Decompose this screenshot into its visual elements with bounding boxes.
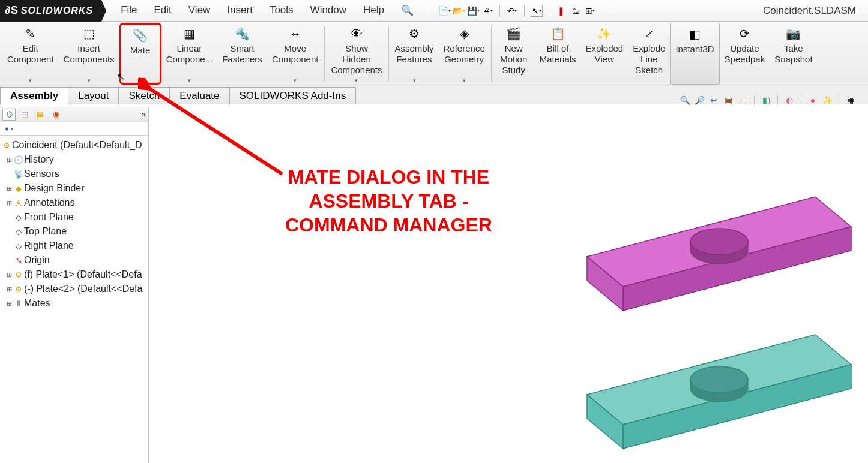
tree-expand-icon[interactable]: ⊞ — [5, 156, 13, 164]
ribbon-move-component[interactable]: ↔Move Component▾ — [267, 23, 324, 85]
tree-item-icon: ◆ — [13, 184, 24, 193]
reference-geometry-label: Reference Geometry — [444, 43, 485, 65]
exploded-view-label: Exploded View — [586, 43, 624, 65]
ribbon-smart-fasteners[interactable]: 🔩Smart Fasteners — [217, 23, 267, 85]
scene-3d — [149, 107, 868, 463]
tree-node[interactable]: ⊞⚙ (-) Plate<2> (Default<<Defa — [1, 282, 147, 296]
tree-node[interactable]: ⊞◆ Design Binder — [1, 181, 147, 196]
tree-node[interactable]: 📡 Sensors — [1, 167, 147, 181]
assembly-features-icon: ⚙ — [409, 25, 420, 42]
tree-root[interactable]: ⚙ Coincident (Default<Default_D — [1, 138, 147, 152]
qat-settings-icon[interactable]: ⊞▾ — [584, 5, 596, 17]
menu-insert[interactable]: Insert — [219, 2, 261, 19]
ribbon-edit-component[interactable]: ✎Edit Component▾ — [2, 23, 59, 85]
section-view-icon[interactable]: ▣ — [723, 95, 734, 106]
menu-tools[interactable]: Tools — [261, 2, 302, 19]
tree-node[interactable]: ⊞🕘 History — [1, 152, 147, 167]
tree-node[interactable]: ⊞⚙ (f) Plate<1> (Default<<Defa — [1, 267, 147, 282]
ribbon-insert-components[interactable]: ⬚Insert Components▾ — [59, 23, 119, 85]
tree-item-label: Sensors — [24, 169, 59, 179]
view-settings-icon[interactable]: ▦ — [845, 95, 856, 106]
update-speedpak-icon: ⟳ — [740, 25, 750, 42]
menu-view[interactable]: View — [180, 2, 219, 19]
plate-2-bottom — [587, 335, 851, 449]
tree-node[interactable]: ⊞A Annotations — [1, 196, 147, 210]
menu-edit[interactable]: Edit — [146, 2, 180, 19]
ribbon-instant3d[interactable]: ◧Instant3D — [670, 23, 719, 85]
panel-pin-icon[interactable]: » — [142, 110, 146, 119]
ribbon-exploded-view[interactable]: ✨Exploded View — [581, 23, 628, 85]
tree-node[interactable]: ⤡ Origin — [1, 253, 147, 267]
tree-expand-icon[interactable]: ⊞ — [5, 271, 13, 279]
tree-item-label: (-) Plate<2> (Default<<Defa — [24, 284, 142, 294]
ribbon-explode-line-sketch[interactable]: ⟋Explode Line Sketch — [628, 23, 670, 85]
tree-node[interactable]: ◇ Right Plane — [1, 239, 147, 253]
qat-options-icon[interactable]: 🗂 — [570, 5, 582, 17]
ribbon-linear-component[interactable]: ▦Linear Compone...▾ — [161, 23, 218, 85]
zoom-area-icon[interactable]: 🔎 — [694, 95, 705, 106]
tree-item-icon: ⚙ — [13, 285, 24, 294]
explode-line-sketch-icon: ⟋ — [643, 25, 655, 42]
tree-item-label: Top Plane — [24, 226, 67, 237]
tab-addins[interactable]: SOLIDWORKS Add-Ins — [229, 87, 357, 104]
ribbon-new-motion-study[interactable]: 🎬New Motion Study — [493, 23, 535, 85]
ribbon-bill-of-materials[interactable]: 📋Bill of Materials — [535, 23, 581, 85]
tree-node[interactable]: ◇ Top Plane — [1, 224, 147, 239]
tree-item-icon: A — [13, 199, 24, 208]
tree-expand-icon[interactable]: ⊞ — [5, 199, 13, 207]
instant3d-icon: ◧ — [689, 26, 701, 43]
hide-show-icon[interactable]: ◐ — [784, 95, 795, 106]
view-orientation-icon[interactable]: ⬚ — [737, 95, 748, 106]
graphics-viewport[interactable] — [149, 107, 868, 463]
feature-tree: ⚙ Coincident (Default<Default_D ⊞🕘 Histo… — [0, 136, 148, 313]
qat-new-icon[interactable]: 📄▾ — [438, 5, 450, 17]
qat-rebuild-icon[interactable]: ❚ — [555, 5, 567, 17]
ribbon-update-speedpak[interactable]: ⟳Update Speedpak — [720, 23, 770, 85]
feature-filter-bar[interactable]: ▼▾ — [0, 122, 148, 136]
apply-scene-icon[interactable]: ✨ — [822, 95, 833, 106]
tab-evaluate[interactable]: Evaluate — [169, 87, 229, 104]
command-manager-ribbon: ✎Edit Component▾⬚Insert Components▾📎Mate… — [0, 22, 868, 86]
dimxpert-tab-icon[interactable]: ◉ — [49, 109, 62, 121]
exploded-view-icon: ✨ — [597, 25, 612, 42]
plate-1-top — [587, 197, 851, 311]
tree-expand-icon[interactable]: ⊞ — [5, 185, 13, 193]
qat-save-icon[interactable]: 💾▾ — [467, 5, 479, 17]
config-manager-tab-icon[interactable]: ▤ — [34, 109, 47, 121]
menu-help[interactable]: Help — [355, 2, 393, 19]
tree-item-label: (f) Plate<1> (Default<<Defa — [24, 269, 142, 280]
tree-item-label: Right Plane — [24, 240, 74, 251]
ribbon-mate[interactable]: 📎Mate▾ — [119, 23, 161, 85]
ribbon-show-hidden[interactable]: 👁Show Hidden Components▾ — [326, 23, 387, 85]
menu-file[interactable]: File — [112, 2, 145, 19]
ribbon-reference-geometry[interactable]: ◈Reference Geometry▾ — [439, 23, 490, 85]
edit-appearance-icon[interactable]: ● — [807, 95, 818, 106]
tree-item-label: History — [24, 154, 54, 165]
qat-open-icon[interactable]: 📂▾ — [453, 5, 465, 17]
display-style-icon[interactable]: ◧ — [761, 95, 771, 106]
ribbon-take-snapshot[interactable]: 📷Take Snapshot — [770, 23, 817, 85]
menu-window[interactable]: Window — [302, 2, 355, 19]
zoom-fit-icon[interactable]: 🔍 — [680, 95, 690, 106]
property-manager-tab-icon[interactable]: ⬚ — [18, 109, 31, 121]
tab-layout[interactable]: Layout — [68, 87, 119, 104]
new-motion-study-label: New Motion Study — [500, 43, 527, 76]
prev-view-icon[interactable]: ↩ — [708, 95, 719, 106]
tab-assembly[interactable]: Assembly — [0, 87, 68, 104]
qat-print-icon[interactable]: 🖨▾ — [481, 5, 493, 17]
tree-expand-icon[interactable]: ⊞ — [5, 300, 13, 308]
tree-node[interactable]: ◇ Front Plane — [1, 210, 147, 224]
tab-sketch[interactable]: Sketch — [118, 87, 170, 104]
tree-node[interactable]: ⊞⫴ Mates — [1, 296, 147, 311]
qat-select-icon[interactable]: ↖▾ — [531, 5, 543, 17]
qat-undo-icon[interactable]: ↶▾ — [506, 5, 518, 17]
menu-search-icon[interactable]: 🔍 — [393, 2, 422, 19]
tree-item-label: Design Binder — [24, 183, 85, 194]
ribbon-assembly-features[interactable]: ⚙Assembly Features▾ — [390, 23, 439, 85]
tree-item-icon: ⤡ — [13, 256, 24, 265]
move-component-dropdown-icon: ▾ — [294, 77, 297, 83]
tree-item-label: Origin — [24, 255, 50, 266]
assembly-features-dropdown-icon: ▾ — [413, 77, 416, 83]
tree-expand-icon[interactable]: ⊞ — [5, 285, 13, 293]
feature-tree-tab-icon[interactable]: ⌬ — [2, 109, 16, 121]
